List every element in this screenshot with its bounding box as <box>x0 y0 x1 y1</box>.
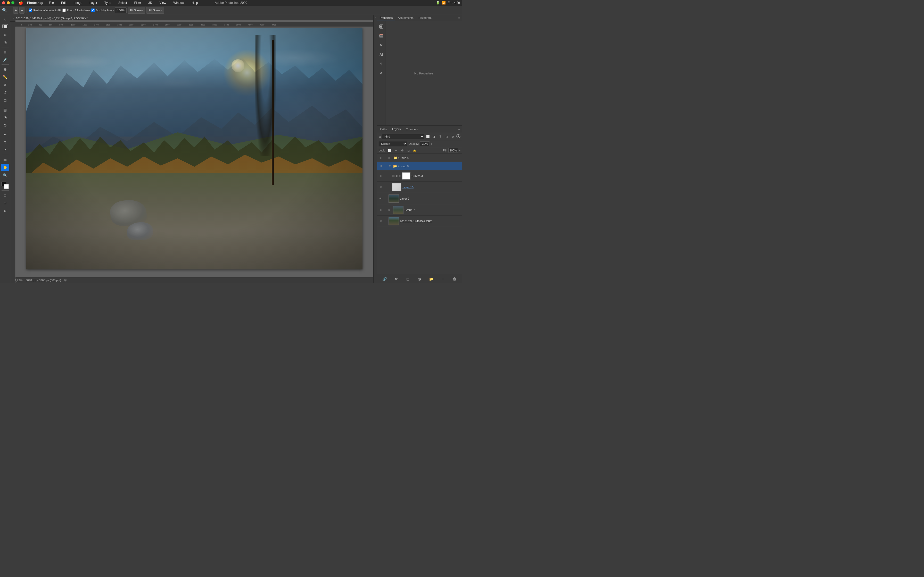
lock-position-icon[interactable]: ✛ <box>400 148 404 153</box>
apple-icon[interactable]: 🍎 <box>19 1 23 5</box>
text-icon[interactable]: Ai <box>378 51 385 58</box>
add-mask-button[interactable]: ◻ <box>405 276 411 282</box>
eyedropper-tool[interactable]: 💉 <box>1 56 9 63</box>
properties-tab[interactable]: Properties <box>377 15 395 21</box>
document-canvas[interactable] <box>26 28 363 269</box>
zoom-tool[interactable]: 🔍 <box>1 172 9 179</box>
menu-type[interactable]: Type <box>103 0 113 5</box>
lock-transparent-icon[interactable]: ⬜ <box>388 148 392 153</box>
resize-windows-checkbox-label[interactable]: Resize Windows to Fit <box>29 8 61 12</box>
fill-input[interactable]: 100% <box>448 148 458 153</box>
cr2-visibility[interactable]: 👁 <box>379 219 383 223</box>
char-style-icon[interactable]: A <box>378 69 385 76</box>
group8-expand[interactable]: ▼ <box>389 164 392 168</box>
menu-filter[interactable]: Filter <box>132 0 142 5</box>
lock-pixels-icon[interactable]: ✏ <box>394 148 398 153</box>
minimize-button[interactable] <box>7 1 10 4</box>
menu-select[interactable]: Select <box>117 0 128 5</box>
eraser-tool[interactable]: ◻ <box>1 97 9 104</box>
app-name[interactable]: Photoshop <box>27 1 43 5</box>
new-group-button[interactable]: 📁 <box>428 276 435 282</box>
filter-shape-icon[interactable]: ◻ <box>444 134 449 139</box>
group7-expand[interactable]: ▶ <box>389 208 392 211</box>
layer-9[interactable]: 👁 Layer 9 <box>377 193 462 204</box>
path-select-tool[interactable]: ↗ <box>1 147 9 154</box>
blur-tool[interactable]: ◔ <box>1 114 9 121</box>
new-layer-button[interactable]: + <box>440 276 446 282</box>
group5-expand[interactable]: ▶ <box>389 156 392 159</box>
hand-tool[interactable]: ✋ <box>1 164 9 171</box>
delete-layer-button[interactable]: 🗑 <box>451 276 458 282</box>
frame-tool[interactable]: ⊞ <box>1 207 9 214</box>
layer-cr2[interactable]: 👁 20161029.144615-2.CR2 <box>377 216 462 227</box>
histogram-tab[interactable]: Histogram <box>416 15 434 21</box>
zoom-all-windows-checkbox-label[interactable]: Zoom All Windows <box>62 8 90 12</box>
resize-windows-checkbox[interactable] <box>29 8 32 12</box>
crop-tool[interactable]: ⊞ <box>1 48 9 56</box>
status-info-icon[interactable]: ⓘ <box>64 278 67 282</box>
layer-icon[interactable] <box>378 32 385 39</box>
scrubby-zoom-checkbox-label[interactable]: Scrubby Zoom <box>91 8 114 12</box>
scrubby-zoom-checkbox[interactable] <box>91 8 95 12</box>
group5-visibility[interactable]: 👁 <box>379 156 383 160</box>
filter-adjust-icon[interactable]: ◑ <box>431 134 437 139</box>
menu-view[interactable]: View <box>158 0 168 5</box>
group7-visibility[interactable]: 👁 <box>379 208 383 212</box>
kind-filter-select[interactable]: Kind <box>382 134 424 139</box>
paragraph-icon[interactable]: ¶ <box>378 60 385 67</box>
zoom-all-windows-checkbox[interactable] <box>62 8 66 12</box>
clone-tool[interactable]: ⊗ <box>1 81 9 89</box>
layer9-visibility[interactable]: 👁 <box>379 197 383 201</box>
lasso-tool[interactable]: ⊂ <box>1 31 9 39</box>
spot-heal-tool[interactable]: ⊕ <box>1 66 9 73</box>
fx-button[interactable]: fx <box>393 276 399 282</box>
gradient-tool[interactable]: ▤ <box>1 106 9 113</box>
fill-screen-button[interactable]: Fill Screen <box>146 7 164 14</box>
group8-visibility[interactable]: 👁 <box>379 164 383 168</box>
foreground-color[interactable] <box>1 182 9 189</box>
close-button[interactable] <box>2 1 5 4</box>
curves3-visibility[interactable]: 👁 <box>379 174 383 178</box>
menu-file[interactable]: File <box>47 0 55 5</box>
menu-layer[interactable]: Layer <box>88 0 99 5</box>
close-doc-icon[interactable]: ✕ <box>12 17 15 19</box>
layer-comp-icon[interactable] <box>378 23 385 30</box>
quick-mask-tool[interactable]: ◫ <box>1 192 9 199</box>
layer-group8[interactable]: 👁 ▼ 📂 Group 8 <box>377 162 462 170</box>
right-panel-toggle[interactable]: » <box>373 15 377 283</box>
marquee-tool[interactable]: ⬜ <box>2 24 8 28</box>
adjustments-tab[interactable]: Adjustments <box>395 15 416 21</box>
layer-curves3[interactable]: 👁 ⛓ ▣ ⛓ Curves 3 <box>377 170 462 182</box>
fit-screen-button[interactable]: Fit Screen <box>128 7 145 14</box>
blend-mode-select[interactable]: Screen Normal Multiply Overlay <box>379 141 407 146</box>
lock-artboard-icon[interactable]: ◻ <box>406 148 411 153</box>
filter-type-icon[interactable]: T <box>438 134 443 139</box>
menu-window[interactable]: Window <box>172 0 186 5</box>
dodge-tool[interactable]: ⊙ <box>1 122 9 129</box>
zoom-out-button[interactable]: − <box>19 7 24 14</box>
lock-all-icon[interactable]: 🔒 <box>412 148 417 153</box>
menu-image[interactable]: Image <box>72 0 84 5</box>
canvas-wrapper[interactable] <box>16 20 373 277</box>
fx-icon[interactable]: fx <box>378 42 385 49</box>
layers-panel-menu[interactable]: ≡ <box>456 127 462 132</box>
brush-tool[interactable]: ✏️ <box>1 73 9 81</box>
new-fill-layer-button[interactable]: ◑ <box>416 276 423 282</box>
window-controls[interactable] <box>2 1 15 4</box>
layer-10[interactable]: 👁 Layer 10 <box>377 182 462 193</box>
panel-menu-icon[interactable]: ≡ <box>456 15 462 21</box>
maximize-button[interactable] <box>11 1 15 4</box>
opacity-input[interactable]: 39% <box>420 142 430 146</box>
document-tab-label[interactable]: 20161029_144720-2.psd @ 48,7% (Group 8, … <box>16 17 88 20</box>
layer10-visibility[interactable]: 👁 <box>379 185 383 189</box>
zoom-in-button[interactable]: + <box>13 7 18 14</box>
layer-group7[interactable]: 👁 ▶ Group 7 <box>377 204 462 216</box>
rectangle-tool[interactable]: ▭ <box>1 156 9 163</box>
paths-tab[interactable]: Paths <box>377 127 389 132</box>
screen-mode-tool[interactable]: ⊟ <box>1 199 9 206</box>
opacity-menu-icon[interactable]: ▾ <box>431 142 432 145</box>
filter-pixel-icon[interactable]: ⬜ <box>425 134 431 139</box>
history-brush-tool[interactable]: ↺ <box>1 89 9 96</box>
quick-select-tool[interactable]: ◎ <box>1 39 9 46</box>
zoom-input[interactable]: 100% <box>115 8 127 13</box>
